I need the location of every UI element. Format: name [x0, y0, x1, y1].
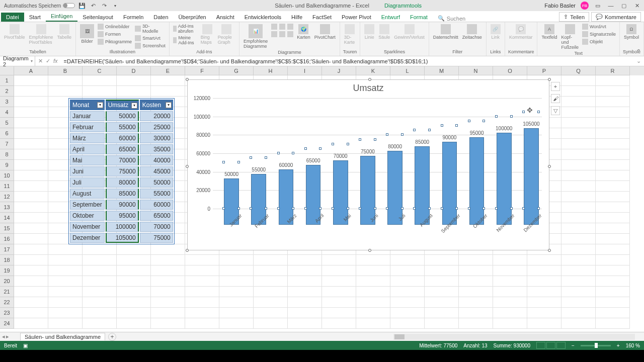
row-header[interactable]: 15 [0, 223, 14, 234]
row-header[interactable]: 5 [0, 118, 14, 128]
bar-chart-icon[interactable] [271, 23, 278, 30]
line-chart-icon[interactable] [279, 23, 286, 30]
shapes-button[interactable]: Formen [97, 31, 132, 38]
row-header[interactable]: 18 [0, 255, 14, 265]
wordart-button[interactable]: WordArt [582, 23, 616, 30]
chart-bar[interactable] [442, 142, 457, 225]
table-row[interactable]: April6500035000 [70, 144, 173, 154]
pictures-button[interactable]: 🖼Bilder [79, 23, 95, 45]
row-header[interactable]: 11 [0, 181, 14, 192]
chart-object[interactable]: Umsatz 020000400006000080000100000120000… [187, 79, 549, 250]
search-input[interactable]: Suchen [447, 16, 465, 22]
add-sheet-button[interactable]: + [108, 333, 116, 341]
scatter-chart-icon[interactable] [279, 31, 286, 38]
area-chart-icon[interactable] [271, 31, 278, 38]
row-header[interactable]: 23 [0, 308, 14, 318]
icons-button[interactable]: Piktogramme [97, 38, 132, 45]
column-header[interactable]: H [254, 66, 288, 75]
share-button[interactable]: ⇪Teilen [559, 12, 589, 22]
tab-hilfe[interactable]: Hilfe [286, 13, 307, 22]
tab-factset[interactable]: FactSet [307, 13, 337, 22]
qat-customize-icon[interactable]: ▾ [111, 2, 119, 10]
table-row[interactable]: Juli8000050000 [70, 177, 173, 188]
column-header[interactable]: R [596, 66, 630, 75]
zoom-out-icon[interactable]: − [572, 343, 575, 348]
zoom-in-icon[interactable]: + [617, 343, 620, 348]
search-icon[interactable]: 🔍 [438, 15, 445, 22]
column-header[interactable]: F [185, 66, 219, 75]
timeline-button[interactable]: Zeitachse [461, 23, 483, 41]
table-row[interactable]: Dezember10500075000 [70, 233, 173, 243]
name-box[interactable]: Diagramm 2▾ [0, 55, 35, 67]
column-header[interactable]: P [527, 66, 561, 75]
sheet-nav-prev-icon[interactable]: ◂ [2, 333, 5, 340]
header-kosten[interactable]: Kosten▾ [140, 100, 173, 110]
horizontal-scrollbar[interactable] [393, 334, 635, 340]
row-header[interactable]: 21 [0, 287, 14, 297]
column-header[interactable]: Q [561, 66, 596, 75]
table-row[interactable]: Juni7500045000 [70, 166, 173, 176]
row-header[interactable]: 8 [0, 149, 14, 160]
zoom-slider[interactable] [581, 345, 611, 346]
column-header[interactable]: G [219, 66, 254, 75]
row-header[interactable]: 4 [0, 107, 14, 118]
table-row[interactable]: November10000070000 [70, 222, 173, 232]
save-icon[interactable]: 💾 [78, 2, 86, 10]
row-header[interactable]: 13 [0, 202, 14, 213]
row-header[interactable]: 22 [0, 297, 14, 308]
avatar[interactable]: FB [581, 2, 589, 10]
row-header[interactable]: 10 [0, 170, 14, 181]
undo-icon[interactable]: ↶ [89, 2, 97, 10]
row-header[interactable]: 7 [0, 139, 14, 149]
column-header[interactable]: K [356, 66, 390, 75]
page-layout-view-icon[interactable] [546, 342, 555, 349]
redo-icon[interactable]: ↷ [100, 2, 108, 10]
fx-icon[interactable]: fx [53, 58, 58, 64]
chart-bar[interactable] [469, 137, 485, 225]
chart-plot-area[interactable]: 02000040000600008000010000012000050000Ja… [213, 98, 542, 225]
chart-filter-button[interactable]: ▽ [551, 106, 560, 115]
enter-formula-icon[interactable]: ✓ [46, 58, 50, 64]
row-header[interactable]: 17 [0, 244, 14, 255]
column-header[interactable]: D [117, 66, 151, 75]
row-header[interactable]: 6 [0, 128, 14, 139]
chart-bar[interactable] [387, 151, 403, 225]
table-row[interactable]: August8500055000 [70, 189, 173, 199]
table-row[interactable]: Mai7000040000 [70, 155, 173, 165]
filter-dropdown-icon[interactable]: ▾ [97, 102, 103, 108]
screenshot-button[interactable]: Screenshot [134, 42, 166, 49]
normal-view-icon[interactable] [536, 342, 545, 349]
column-header[interactable]: O [493, 66, 527, 75]
tab-ansicht[interactable]: Ansicht [211, 13, 239, 22]
table-row[interactable]: Februar5500025000 [70, 122, 173, 132]
row-header[interactable]: 19 [0, 265, 14, 276]
column-header[interactable]: M [425, 66, 459, 75]
tab-start[interactable]: Start [24, 13, 46, 22]
combo-chart-icon[interactable] [287, 31, 294, 38]
collapse-ribbon-icon[interactable]: ⌃ [636, 48, 641, 55]
symbol-button[interactable]: ΩSymbol [623, 23, 640, 41]
table-row[interactable]: Oktober9500065000 [70, 211, 173, 221]
column-header[interactable]: A [14, 66, 48, 75]
chart-title[interactable]: Umsatz [188, 80, 549, 94]
chart-bar[interactable] [415, 146, 430, 225]
maps-button[interactable]: 🌍Karten [296, 23, 311, 41]
recommended-charts-button[interactable]: 📊Empfohlene Diagramme [243, 23, 269, 50]
tab-seitenlayout[interactable]: Seitenlayout [77, 13, 118, 22]
minimize-icon[interactable]: — [607, 2, 615, 10]
page-break-view-icon[interactable] [556, 342, 566, 349]
formula-bar[interactable]: =DATENREIHE('Säulen- und Balkendiagramme… [61, 58, 633, 64]
pie-chart-icon[interactable] [287, 23, 294, 30]
header-umsatz[interactable]: Umsatz▾ [106, 100, 139, 110]
column-header[interactable]: B [48, 66, 83, 75]
filter-dropdown-icon[interactable]: ▾ [131, 103, 137, 109]
autosave-toggle[interactable]: Automatisches Speichern [4, 3, 75, 9]
tab-formeln[interactable]: Formeln [118, 13, 148, 22]
column-header[interactable]: L [390, 66, 425, 75]
row-header[interactable]: 1 [0, 75, 14, 86]
tab-daten[interactable]: Daten [148, 13, 173, 22]
column-header[interactable]: N [459, 66, 493, 75]
filter-dropdown-icon[interactable]: ▾ [166, 102, 172, 108]
header-monat[interactable]: Monat▾ [70, 100, 105, 110]
ribbon-display-icon[interactable]: ▭ [594, 2, 602, 10]
